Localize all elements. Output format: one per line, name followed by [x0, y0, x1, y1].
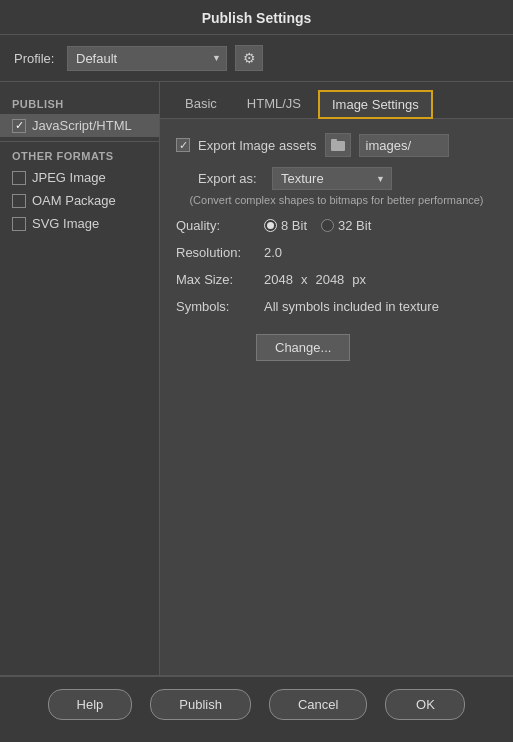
- profile-label: Profile:: [14, 51, 59, 66]
- tab-image-settings[interactable]: Image Settings: [318, 90, 433, 119]
- profile-select-wrapper[interactable]: Default: [67, 46, 227, 71]
- images-path-input[interactable]: [359, 134, 449, 157]
- sidebar-item-js-html[interactable]: ✓ JavaScript/HTML: [0, 114, 159, 137]
- tab-html-js[interactable]: HTML/JS: [234, 90, 314, 118]
- change-button[interactable]: Change...: [256, 334, 350, 361]
- radio-8bit-label: 8 Bit: [281, 218, 307, 233]
- oam-checkbox[interactable]: [12, 194, 26, 208]
- profile-select[interactable]: Default: [67, 46, 227, 71]
- svg-checkbox[interactable]: [12, 217, 26, 231]
- sidebar-item-oam[interactable]: OAM Package: [0, 189, 159, 212]
- resolution-label: Resolution:: [176, 245, 256, 260]
- bottom-bar: Help Publish Cancel OK: [0, 676, 513, 732]
- symbols-label: Symbols:: [176, 299, 256, 314]
- export-as-row: Export as: Texture PNG JPEG: [176, 167, 497, 190]
- sidebar-item-svg[interactable]: SVG Image: [0, 212, 159, 235]
- max-size-row: Max Size: 2048 x 2048 px: [176, 272, 497, 287]
- radio-8bit-circle[interactable]: [264, 219, 277, 232]
- export-image-label: Export Image assets: [198, 138, 317, 153]
- right-panel: Basic HTML/JS Image Settings ✓ Export Im…: [160, 82, 513, 675]
- quality-label: Quality:: [176, 218, 256, 233]
- radio-8bit[interactable]: 8 Bit: [264, 218, 307, 233]
- quality-row: Quality: 8 Bit 32 Bit: [176, 218, 497, 233]
- tab-basic[interactable]: Basic: [172, 90, 230, 118]
- max-size-x: x: [301, 272, 308, 287]
- change-btn-row: Change...: [176, 326, 497, 361]
- export-image-row: ✓ Export Image assets: [176, 133, 497, 157]
- sidebar-item-js-html-label: JavaScript/HTML: [32, 118, 132, 133]
- cancel-button[interactable]: Cancel: [269, 689, 367, 720]
- panel-content: ✓ Export Image assets Export as: Texture…: [160, 119, 513, 675]
- tab-bar: Basic HTML/JS Image Settings: [160, 82, 513, 119]
- export-as-select-wrapper[interactable]: Texture PNG JPEG: [272, 167, 392, 190]
- jpeg-checkbox[interactable]: [12, 171, 26, 185]
- sidebar-item-jpeg-label: JPEG Image: [32, 170, 106, 185]
- max-size-unit: px: [352, 272, 366, 287]
- max-size-height: 2048: [315, 272, 344, 287]
- resolution-row: Resolution: 2.0: [176, 245, 497, 260]
- publish-section-header: PUBLISH: [0, 94, 159, 114]
- help-button[interactable]: Help: [48, 689, 133, 720]
- radio-32bit-label: 32 Bit: [338, 218, 371, 233]
- folder-button[interactable]: [325, 133, 351, 157]
- symbols-value: All symbols included in texture: [264, 299, 439, 314]
- other-formats-header: OTHER FORMATS: [0, 146, 159, 166]
- js-html-checkbox[interactable]: ✓: [12, 119, 26, 133]
- sidebar-divider: [0, 141, 159, 142]
- ok-button[interactable]: OK: [385, 689, 465, 720]
- svg-rect-1: [331, 139, 337, 142]
- radio-32bit-circle[interactable]: [321, 219, 334, 232]
- svg-rect-0: [331, 141, 345, 151]
- main-content: PUBLISH ✓ JavaScript/HTML OTHER FORMATS …: [0, 82, 513, 676]
- gear-button[interactable]: ⚙: [235, 45, 263, 71]
- max-size-label: Max Size:: [176, 272, 256, 287]
- profile-row: Profile: Default ⚙: [0, 35, 513, 82]
- export-as-label: Export as:: [198, 171, 264, 186]
- quality-radio-group: 8 Bit 32 Bit: [264, 218, 371, 233]
- sidebar: PUBLISH ✓ JavaScript/HTML OTHER FORMATS …: [0, 82, 160, 675]
- max-size-width: 2048: [264, 272, 293, 287]
- resolution-value: 2.0: [264, 245, 282, 260]
- sidebar-item-oam-label: OAM Package: [32, 193, 116, 208]
- sidebar-item-jpeg[interactable]: JPEG Image: [0, 166, 159, 189]
- radio-32bit[interactable]: 32 Bit: [321, 218, 371, 233]
- convert-note: (Convert complex shapes to bitmaps for b…: [176, 194, 497, 206]
- export-image-checkbox[interactable]: ✓: [176, 138, 190, 152]
- symbols-row: Symbols: All symbols included in texture: [176, 299, 497, 314]
- dialog-title: Publish Settings: [202, 10, 312, 26]
- export-as-select[interactable]: Texture PNG JPEG: [272, 167, 392, 190]
- sidebar-item-svg-label: SVG Image: [32, 216, 99, 231]
- publish-button[interactable]: Publish: [150, 689, 251, 720]
- title-bar: Publish Settings: [0, 0, 513, 35]
